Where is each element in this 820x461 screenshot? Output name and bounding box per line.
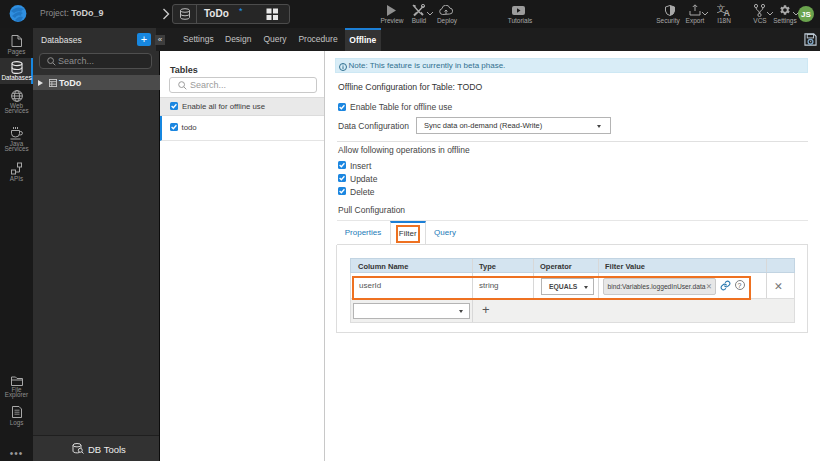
svg-text:A: A xyxy=(724,8,731,16)
